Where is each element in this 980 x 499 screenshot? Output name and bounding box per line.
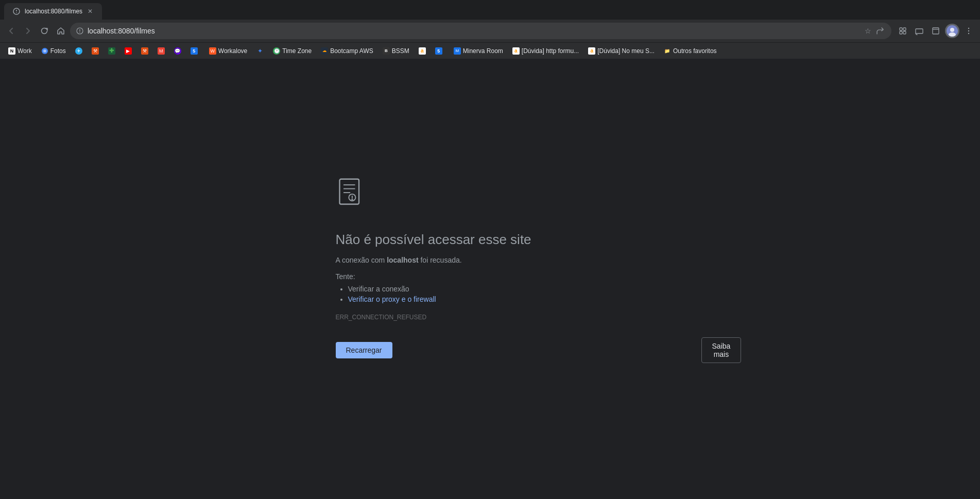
error-code: ERR_CONNECTION_REFUSED <box>336 314 427 321</box>
profile-avatar[interactable] <box>945 24 959 38</box>
bookmark-duvida2[interactable]: a [Dúvida] No meu S... <box>584 45 659 57</box>
navigation-bar: localhost:8080/filmes ☆ <box>0 20 980 42</box>
error-icon <box>336 177 367 215</box>
bookmark-num5[interactable]: 5 <box>186 45 204 57</box>
suggestion-check-proxy[interactable]: Verificar o proxy e o firewall <box>348 295 436 303</box>
error-subtitle: A conexão com localhost foi recusada. <box>336 256 462 264</box>
bookmark-youtube[interactable]: ▶ <box>121 45 136 57</box>
svg-point-18 <box>43 49 46 53</box>
bookmark-num5b[interactable]: 5 <box>431 45 449 57</box>
error-subtitle-prefix: A conexão com <box>336 256 387 264</box>
bookmark-star-icon[interactable]: ☆ <box>863 26 873 36</box>
svg-rect-7 <box>903 31 906 34</box>
error-subtitle-host: localhost <box>387 256 418 264</box>
bookmark-fotos-label: Fotos <box>50 47 66 55</box>
bookmark-duvida1-label: [Dúvida] http formu... <box>522 47 579 55</box>
bookmark-cross[interactable]: ✚ <box>104 45 119 57</box>
error-suggestions-list: Verificar a conexão Verificar o proxy e … <box>336 285 436 305</box>
bookmark-curseforge[interactable]: ⚒ <box>88 45 103 57</box>
error-action-buttons: Recarregar Saiba mais <box>336 337 742 363</box>
back-button[interactable] <box>4 24 19 38</box>
svg-rect-4 <box>900 28 902 30</box>
bookmark-fotos-favicon <box>41 47 48 55</box>
bookmark-cross-favicon: ✚ <box>108 47 115 55</box>
tab-close-button[interactable]: ✕ <box>87 7 94 16</box>
bookmark-timezone-label: Time Zone <box>282 47 312 55</box>
svg-rect-9 <box>933 28 939 34</box>
bookmark-aws[interactable]: ☁ Bootcamp AWS <box>317 45 377 57</box>
bookmark-messenger-favicon: 💬 <box>174 47 181 55</box>
error-page: Não é possível acessar esse site A conex… <box>0 59 980 481</box>
svg-rect-8 <box>916 29 923 33</box>
error-container: Não é possível acessar esse site A conex… <box>336 177 645 363</box>
learn-more-button[interactable]: Saiba mais <box>701 337 742 363</box>
bookmark-amazon-a[interactable]: a <box>415 45 430 57</box>
bookmark-workalove-favicon: W <box>209 47 216 55</box>
bookmark-work-label: Work <box>18 47 32 55</box>
menu-button[interactable] <box>961 24 976 38</box>
svg-rect-19 <box>339 179 359 204</box>
svg-rect-5 <box>903 28 906 30</box>
bookmark-workalove-label: Workalove <box>218 47 247 55</box>
bookmark-star-item[interactable]: ✦ <box>252 45 268 57</box>
reload-button[interactable] <box>37 24 51 38</box>
bookmark-duvida1[interactable]: a [Dúvida] http formu... <box>508 45 583 57</box>
bookmark-telegram[interactable]: ✈ <box>71 45 87 57</box>
suggestion-check-connection: Verificar a conexão <box>348 285 436 293</box>
forward-button[interactable] <box>21 24 35 38</box>
svg-point-15 <box>968 30 969 31</box>
bookmark-aws-favicon: ☁ <box>321 47 328 55</box>
error-title: Não é possível acessar esse site <box>336 232 531 248</box>
bookmark-bssm[interactable]: B BSSM <box>379 45 414 57</box>
bookmark-youtube-favicon: ▶ <box>125 47 132 55</box>
bookmarks-bar: N Work Fotos ✈ ⚒ ✚ ▶ ⚒ M 💬 <box>0 42 980 59</box>
address-bar-actions: ☆ <box>863 26 885 36</box>
bookmark-minerva-favicon: M <box>454 47 461 55</box>
bookmark-telegram-favicon: ✈ <box>75 47 82 55</box>
bookmark-curseforge2[interactable]: ⚒ <box>137 45 152 57</box>
bookmark-fotos[interactable]: Fotos <box>37 45 70 57</box>
bookmark-minerva[interactable]: M Minerva Room <box>450 45 507 57</box>
bookmark-aws-label: Bootcamp AWS <box>330 47 373 55</box>
tab-favicon <box>12 7 21 15</box>
bookmark-gmail[interactable]: M <box>153 45 169 57</box>
security-icon <box>76 27 83 35</box>
bookmark-outros[interactable]: 📁 Outros favoritos <box>660 45 721 57</box>
bookmark-bssm-favicon: B <box>383 47 390 55</box>
extensions-button[interactable] <box>896 24 910 38</box>
svg-point-25 <box>351 199 352 200</box>
bookmark-timezone[interactable]: 🕐 Time Zone <box>269 45 316 57</box>
bookmark-bssm-label: BSSM <box>392 47 409 55</box>
bookmark-outros-label: Outros favoritos <box>673 47 717 55</box>
bookmark-timezone-favicon: 🕐 <box>273 47 280 55</box>
bookmark-num5-favicon: 5 <box>191 47 198 55</box>
suggestion-connection-text: Verificar a conexão <box>348 285 409 293</box>
bookmark-workalove[interactable]: W Workalove <box>205 45 251 57</box>
address-bar[interactable]: localhost:8080/filmes ☆ <box>70 23 891 39</box>
error-try-label: Tente: <box>336 272 355 281</box>
bookmark-work[interactable]: N Work <box>4 45 36 57</box>
error-subtitle-suffix: foi recusada. <box>419 256 462 264</box>
window-button[interactable] <box>929 24 943 38</box>
cast-button[interactable] <box>912 24 926 38</box>
active-tab[interactable]: localhost:8080/filmes ✕ <box>4 3 102 20</box>
bookmark-duvida2-label: [Dúvida] No meu S... <box>597 47 655 55</box>
bookmark-star-favicon: ✦ <box>256 47 264 55</box>
reload-page-button[interactable]: Recarregar <box>336 342 392 358</box>
share-icon[interactable] <box>875 26 885 36</box>
svg-point-13 <box>949 32 956 37</box>
home-button[interactable] <box>54 24 68 38</box>
svg-rect-6 <box>900 31 902 34</box>
bookmark-messenger[interactable]: 💬 <box>170 45 185 57</box>
bookmark-gmail-favicon: M <box>158 47 165 55</box>
bookmark-curseforge2-favicon: ⚒ <box>141 47 148 55</box>
svg-point-12 <box>950 28 954 32</box>
tab-bar: localhost:8080/filmes ✕ <box>0 0 980 20</box>
svg-point-16 <box>968 33 969 34</box>
suggestion-proxy-link[interactable]: Verificar o proxy e o firewall <box>348 295 436 303</box>
bookmark-outros-favicon: 📁 <box>664 47 671 55</box>
bookmark-work-favicon: N <box>8 47 15 55</box>
bookmark-num5b-favicon: 5 <box>435 47 442 55</box>
bookmark-amazon-a-favicon: a <box>419 47 426 55</box>
bookmark-duvida1-favicon: a <box>512 47 520 55</box>
